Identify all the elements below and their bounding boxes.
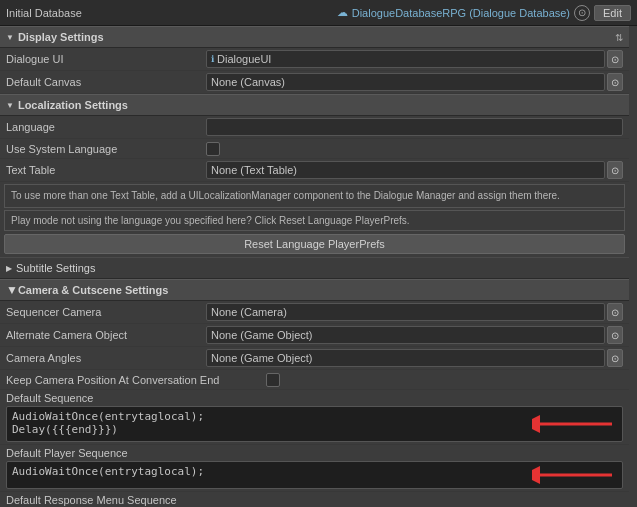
alternate-camera-row: Alternate Camera Object None (Game Objec… (0, 324, 629, 347)
default-player-sequence-text: AudioWaitOnce(entrytaglocal); (12, 465, 204, 478)
localization-warn-text: Play mode not using the language you spe… (11, 215, 410, 226)
localization-info-text: To use more than one Text Table, add a U… (11, 190, 560, 201)
dialogue-ui-field[interactable]: ℹ DialogueUI (206, 50, 605, 68)
alternate-camera-label: Alternate Camera Object (6, 329, 206, 341)
default-response-label: Default Response Menu Sequence (6, 494, 623, 506)
default-player-sequence-textarea[interactable]: AudioWaitOnce(entrytaglocal); (6, 461, 623, 489)
text-table-label: Text Table (6, 164, 206, 176)
camera-angles-dot-btn[interactable]: ⊙ (607, 349, 623, 367)
use-system-language-row: Use System Language (0, 139, 629, 159)
camera-angles-row: Camera Angles None (Game Object) ⊙ (0, 347, 629, 370)
sequencer-camera-row: Sequencer Camera None (Camera) ⊙ (0, 301, 629, 324)
subtitle-settings-header[interactable]: ▶ Subtitle Settings (0, 257, 629, 279)
sequencer-camera-field[interactable]: None (Camera) (206, 303, 605, 321)
database-circle-btn[interactable]: ⊙ (574, 5, 590, 21)
default-canvas-label: Default Canvas (6, 76, 206, 88)
default-sequence-text: AudioWaitOnce(entrytaglocal); Delay({{{e… (12, 410, 204, 436)
default-response-row: Default Response Menu Sequence (0, 492, 629, 507)
display-settings-label: Display Settings (18, 31, 104, 43)
default-sequence-row: Default Sequence AudioWaitOnce(entrytagl… (0, 390, 629, 445)
use-system-language-checkbox[interactable] (206, 142, 220, 156)
camera-settings-label: Camera & Cutscene Settings (18, 284, 168, 296)
text-table-field-group: None (Text Table) ⊙ (206, 161, 623, 179)
text-table-row: Text Table None (Text Table) ⊙ (0, 159, 629, 182)
camera-angles-field-group: None (Game Object) ⊙ (206, 349, 623, 367)
alternate-camera-field[interactable]: None (Game Object) (206, 326, 605, 344)
subtitle-triangle-icon: ▶ (6, 264, 12, 273)
reset-language-button[interactable]: Reset Language PlayerPrefs (4, 234, 625, 254)
language-input[interactable] (206, 118, 623, 136)
alternate-camera-dot-btn[interactable]: ⊙ (607, 326, 623, 344)
red-arrow-player-seq (532, 460, 612, 490)
dialogue-ui-bubble-icon: ℹ (211, 54, 214, 64)
display-settings-header[interactable]: ▼ Display Settings ⇅ (0, 26, 629, 48)
text-table-field[interactable]: None (Text Table) (206, 161, 605, 179)
camera-angles-field[interactable]: None (Game Object) (206, 349, 605, 367)
keep-camera-value (266, 373, 623, 387)
dialogue-ui-value: ℹ DialogueUI ⊙ (206, 50, 623, 68)
default-canvas-text: None (Canvas) (211, 76, 285, 88)
dialogue-ui-dot-btn[interactable]: ⊙ (607, 50, 623, 68)
localization-triangle-icon: ▼ (6, 101, 14, 110)
dialogue-ui-row: Dialogue UI ℹ DialogueUI ⊙ (0, 48, 629, 71)
use-system-language-value (206, 142, 623, 156)
camera-settings-header[interactable]: ▼ Camera & Cutscene Settings (0, 279, 629, 301)
camera-angles-value-group: None (Game Object) ⊙ (206, 349, 623, 367)
sequencer-camera-dot-btn[interactable]: ⊙ (607, 303, 623, 321)
localization-warn-box: Play mode not using the language you spe… (4, 210, 625, 231)
alternate-camera-field-group: None (Game Object) ⊙ (206, 326, 623, 344)
camera-angles-text: None (Game Object) (211, 352, 312, 364)
default-canvas-dot-btn[interactable]: ⊙ (607, 73, 623, 91)
default-sequence-label: Default Sequence (6, 392, 623, 404)
database-link[interactable]: DialogueDatabaseRPG (Dialogue Database) (352, 7, 570, 19)
default-canvas-field[interactable]: None (Canvas) (206, 73, 605, 91)
sequencer-camera-label: Sequencer Camera (6, 306, 206, 318)
language-label: Language (6, 121, 206, 133)
default-sequence-textarea[interactable]: AudioWaitOnce(entrytaglocal); Delay({{{e… (6, 406, 623, 442)
keep-camera-checkbox[interactable] (266, 373, 280, 387)
sequencer-camera-value-group: None (Camera) ⊙ (206, 303, 623, 321)
dialogue-ui-field-group: ℹ DialogueUI ⊙ (206, 50, 623, 68)
display-triangle-icon: ▼ (6, 33, 14, 42)
localization-settings-label: Localization Settings (18, 99, 128, 111)
display-right-arrow-icon: ⇅ (615, 32, 623, 43)
camera-triangle-icon: ▼ (6, 283, 18, 297)
default-canvas-row: Default Canvas None (Canvas) ⊙ (0, 71, 629, 94)
default-canvas-field-group: None (Canvas) ⊙ (206, 73, 623, 91)
bubble-icon: ☁ (337, 6, 348, 19)
text-table-dot-btn[interactable]: ⊙ (607, 161, 623, 179)
edit-button[interactable]: Edit (594, 5, 631, 21)
keep-camera-row: Keep Camera Position At Conversation End (0, 370, 629, 390)
sequencer-camera-text: None (Camera) (211, 306, 287, 318)
text-table-value-group: None (Text Table) ⊙ (206, 161, 623, 179)
localization-info-box: To use more than one Text Table, add a U… (4, 184, 625, 208)
top-bar: Initial Database ☁ DialogueDatabaseRPG (… (0, 0, 637, 26)
default-canvas-value-group: None (Canvas) ⊙ (206, 73, 623, 91)
text-table-text: None (Text Table) (211, 164, 297, 176)
use-system-language-label: Use System Language (6, 143, 206, 155)
subtitle-settings-label: Subtitle Settings (16, 262, 96, 274)
alternate-camera-value-group: None (Game Object) ⊙ (206, 326, 623, 344)
camera-angles-label: Camera Angles (6, 352, 206, 364)
sequencer-camera-field-group: None (Camera) ⊙ (206, 303, 623, 321)
localization-settings-header[interactable]: ▼ Localization Settings (0, 94, 629, 116)
dialogue-ui-label: Dialogue UI (6, 53, 206, 65)
language-value (206, 118, 623, 136)
initial-database-label: Initial Database (6, 7, 337, 19)
main-container: ▼ Display Settings ⇅ Dialogue UI ℹ Dialo… (0, 26, 637, 507)
top-bar-right: ☁ DialogueDatabaseRPG (Dialogue Database… (337, 5, 631, 21)
red-arrow-default-seq (532, 409, 612, 439)
language-row: Language (0, 116, 629, 139)
default-player-sequence-label: Default Player Sequence (6, 447, 623, 459)
default-player-sequence-row: Default Player Sequence AudioWaitOnce(en… (0, 445, 629, 492)
keep-camera-label: Keep Camera Position At Conversation End (6, 374, 266, 386)
alternate-camera-text: None (Game Object) (211, 329, 312, 341)
content-area[interactable]: ▼ Display Settings ⇅ Dialogue UI ℹ Dialo… (0, 26, 629, 507)
dialogue-ui-text: DialogueUI (217, 53, 271, 65)
